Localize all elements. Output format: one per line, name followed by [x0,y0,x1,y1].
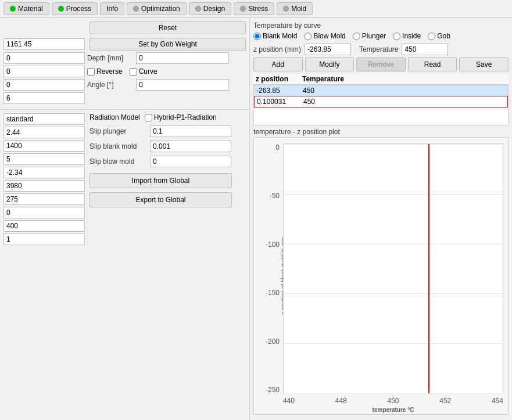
radio-inside-label: Inside [402,32,421,40]
curve-checkbox-label[interactable]: Curve [130,67,157,76]
x-tick-4: 454 [492,397,503,405]
remove-button: Remove [356,58,406,71]
y-axis: 0 -50 -100 -150 -200 -250 [254,143,282,394]
main-layout: Reset Set by Gob Weight Depth [mm] Rever… [0,18,512,420]
hybrid-checkbox[interactable] [145,114,152,121]
tab-optimization[interactable]: Optimization [127,2,187,15]
left-field-9[interactable] [3,234,85,245]
gob-weight-button[interactable]: Set by Gob Weight [89,38,246,51]
tab-mold[interactable]: Mold [277,2,313,15]
read-button[interactable]: Read [408,58,457,71]
col-zpos-header: z position [256,75,302,83]
z-position-row: z position (mm) Temperature [253,44,509,55]
tab-design-label: Design [203,5,225,13]
table-row-0[interactable]: -263.85 450 [254,85,508,96]
left-bottom-grid: Radiation Model Hybrid-P1-Radiation Slip… [3,113,246,245]
action-buttons-row: Add Modify Remove Read Save [253,58,509,71]
radio-plunger[interactable]: Plunger [353,32,386,40]
temp-curve-section: Temperature by curve Blank Mold Blow Mol… [253,21,509,125]
left-top-section: Reset Set by Gob Weight Depth [mm] Rever… [0,18,249,110]
radio-blow-mold[interactable]: Blow Mold [304,32,345,40]
slip-plunger-label: Slip plunger [89,127,148,135]
slip-plunger-input[interactable] [150,125,231,137]
angle-value-input[interactable] [136,79,229,91]
reverse-checkbox[interactable] [87,68,95,76]
tab-stress[interactable]: Stress [234,2,274,15]
radio-plunger-input[interactable] [353,33,360,40]
x-axis-ticks: 440 448 450 452 454 [283,397,503,405]
x-tick-3: 452 [439,397,451,405]
table-row-1[interactable]: 0.100031 450 [254,96,508,107]
depth-label: Depth [mm] [87,54,134,62]
tab-process[interactable]: Process [52,2,98,15]
chart-section: temperature - z position plot blank mold… [253,128,509,417]
angle-label: Angle [°] [87,81,134,89]
radiation-model-label: Radiation Model [89,113,140,121]
y-tick-1: -50 [270,192,280,200]
add-button[interactable]: Add [253,58,303,71]
radio-blank-mold-input[interactable] [253,33,261,40]
chart-title: temperature - z position plot [253,128,509,136]
field-input-1[interactable] [3,38,85,50]
field-row-5 [3,92,246,104]
tab-design[interactable]: Design [189,2,231,15]
cell-temp-0: 450 [303,87,506,95]
radio-row: Blank Mold Blow Mold Plunger Inside Gob [253,32,509,40]
tab-material[interactable]: Material [3,2,49,15]
left-field-3[interactable] [3,153,85,165]
right-controls-column: Radiation Model Hybrid-P1-Radiation Slip… [89,113,246,245]
left-field-6[interactable] [3,193,85,205]
temp-curve-title: Temperature by curve [253,21,509,30]
radio-inside-input[interactable] [393,33,400,40]
reset-button[interactable]: Reset [89,21,246,34]
field-input-5[interactable] [3,92,85,104]
depth-value-input[interactable] [136,52,229,64]
x-tick-1: 448 [335,397,347,405]
chart-plot-area [283,143,503,394]
tab-stress-label: Stress [248,5,268,13]
radio-blank-mold[interactable]: Blank Mold [253,32,297,40]
left-field-8[interactable] [3,220,85,232]
left-field-7[interactable] [3,207,85,218]
radio-inside[interactable]: Inside [393,32,421,40]
reverse-label: Reverse [96,67,123,76]
left-field-0[interactable] [3,113,85,125]
curve-checkbox[interactable] [130,68,137,76]
y-tick-4: -200 [266,338,280,346]
radio-blow-mold-input[interactable] [304,33,312,40]
tab-info-label: Info [106,5,118,13]
dot-process [58,6,64,12]
chart-container: blank mold 0 -50 -100 -150 -200 -250 z p… [253,137,509,415]
left-field-5[interactable] [3,180,85,192]
z-position-input[interactable] [305,44,351,55]
curve-label: Curve [139,67,157,76]
tab-mold-label: Mold [291,5,306,13]
dot-design [195,6,201,12]
reverse-checkbox-label[interactable]: Reverse [87,67,123,76]
slip-blow-row: Slip blow mold [89,156,246,167]
grid-line-5 [284,393,503,394]
field-input-angle[interactable] [3,79,85,91]
table-header: z position Temperature [253,74,509,85]
tab-info[interactable]: Info [100,2,124,15]
left-field-2[interactable] [3,140,85,152]
temperature-input[interactable] [402,44,448,55]
field-row-1: Set by Gob Weight [3,38,246,51]
field-input-3[interactable] [3,66,85,77]
field-row-angle: Angle [°] [3,79,246,91]
radio-gob-input[interactable] [428,33,435,40]
hybrid-checkbox-label[interactable]: Hybrid-P1-Radiation [145,113,217,121]
left-panel: Reset Set by Gob Weight Depth [mm] Rever… [0,18,250,420]
save-button[interactable]: Save [459,58,509,71]
slip-blank-input[interactable] [150,141,231,152]
modify-button[interactable]: Modify [305,58,355,71]
radio-gob[interactable]: Gob [428,32,450,40]
left-field-4[interactable] [3,167,85,178]
export-to-global-button[interactable]: Export to Global [89,192,232,207]
slip-blow-input[interactable] [150,156,231,167]
dot-material [10,6,16,12]
import-from-global-button[interactable]: Import from Global [89,173,232,188]
field-input-depth[interactable] [3,52,85,64]
left-field-1[interactable] [3,127,85,138]
grid-line-4 [284,343,503,344]
